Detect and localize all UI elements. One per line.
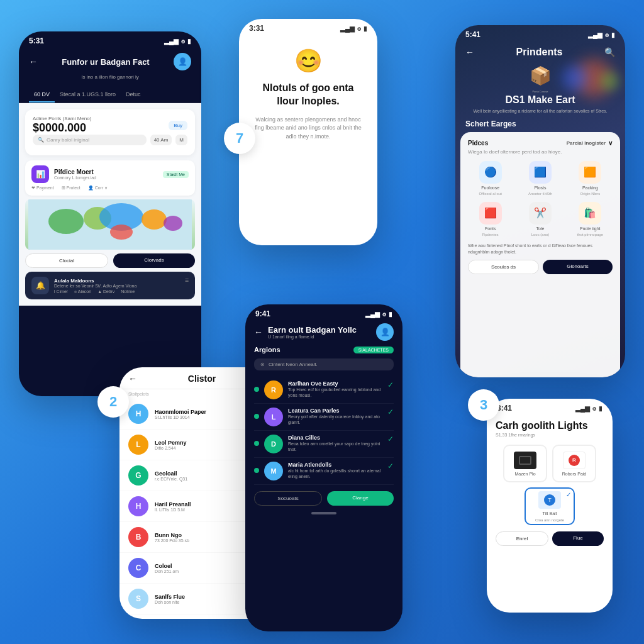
avatar-2: G bbox=[128, 465, 148, 486]
payment-card-2[interactable]: ✓ T Tilt Balt Cloa ann norgete bbox=[525, 487, 575, 525]
panel-sub: Wiega Io doef olternore perd tod ao hioy… bbox=[468, 149, 613, 155]
contact-detail-0: St.LhTlls 1D 3014 bbox=[155, 415, 206, 419]
payment-label-2: Tilt Balt bbox=[542, 511, 557, 516]
confirm-button-audience[interactable]: Ciange bbox=[327, 491, 394, 506]
svg-point-6 bbox=[110, 225, 133, 240]
wifi-icon-pay: ⌾ bbox=[592, 405, 596, 412]
search-icon-products[interactable]: 🔍 bbox=[604, 47, 615, 57]
back-arrow[interactable]: ← bbox=[29, 57, 38, 67]
contact-info-4: Bunn Ngo 73 200 Pdo 35.sb bbox=[155, 532, 189, 543]
aud-info-2: Diana Cilles Reoa tcleo arm omellet your… bbox=[288, 435, 382, 452]
audience-item-2[interactable]: D Diana Cilles Reoa tcleo arm omellet yo… bbox=[254, 431, 394, 458]
tab-2[interactable]: Stecal a 1.UGS.1 lloro bbox=[55, 87, 121, 103]
phone-payment: 3:41 ▂▄▆ ⌾ ▮ Carh goolith Lights S1.33 1… bbox=[487, 399, 613, 613]
aud-desc-0: Top Hnec ecf for goubollerl eanring Inbl… bbox=[288, 387, 382, 398]
avatar-5: C bbox=[128, 558, 148, 578]
action-aiacori[interactable]: ⌾ Aiacori bbox=[74, 289, 91, 294]
notif-header: Aulala Maldoons ☰ bbox=[54, 278, 189, 284]
payment-icon-2: T bbox=[538, 491, 561, 509]
stock-badge[interactable]: Staslt Me bbox=[163, 171, 189, 178]
audience-title-area: Earn oult Badgan Yollc U 1anorl iling a … bbox=[268, 325, 371, 339]
signal-icon-w: ▂▄▆ bbox=[340, 25, 355, 32]
filter-2[interactable]: M bbox=[175, 135, 187, 145]
icon-item-tole: ✂️ Tole Looc (ano) bbox=[518, 202, 562, 236]
search-row: 🔍 Ganry balol iniginal 40 Am M bbox=[33, 135, 187, 145]
tab-1[interactable]: 60 DV bbox=[29, 87, 55, 103]
audience-item-3[interactable]: M Maria Atlendolls alc ht hom tol arth d… bbox=[254, 458, 394, 485]
main-header: ← Funfor ur Badgan Fact 👤 Is ino a illon… bbox=[19, 48, 201, 87]
notif-subtitle: Detene ler so Veonir St/. Adto Agem Vion… bbox=[54, 284, 189, 288]
time-products: 5:41 bbox=[465, 30, 480, 39]
search-box[interactable]: 🔍 Ganry balol iniginal bbox=[33, 135, 147, 145]
panel-dropdown[interactable]: Parcial Inogister ∨ bbox=[567, 140, 613, 147]
contact-name-4: Bunn Ngo bbox=[155, 532, 189, 538]
payment-btn-row: Enrel Flue bbox=[487, 525, 613, 546]
back-arrow-audience[interactable]: ← bbox=[254, 327, 263, 337]
aud-name-0: Rarlhan Ove Easty bbox=[288, 380, 382, 387]
stock-card: 📊 Pifdice Moert Coanory L.tomger.iad Sta… bbox=[25, 160, 195, 196]
cancel-button-main[interactable]: Clocial bbox=[25, 253, 108, 268]
payment-card-0[interactable]: Mazen Plo bbox=[503, 445, 547, 482]
contact-name-2: Geoloail bbox=[155, 470, 187, 477]
payment-options: Mazen Plo R Robors Paid ✓ T Tilt Balt Cl… bbox=[487, 445, 613, 525]
tabs-row: 60 DV Stecal a 1.UGS.1 lloro Detuc bbox=[19, 87, 201, 103]
icon-item-fuoloose: 🔵 Fuoloose Officeal al out bbox=[468, 161, 513, 196]
aud-avatar-0: R bbox=[264, 380, 283, 399]
audience-avatar: 👤 bbox=[376, 323, 394, 341]
tab-3[interactable]: Detuc bbox=[121, 87, 146, 103]
buy-button[interactable]: Buy bbox=[169, 121, 187, 130]
confirm-button-products[interactable]: Glonoarts bbox=[543, 260, 613, 274]
aud-avatar-3: M bbox=[264, 462, 283, 480]
aud-desc-2: Reoa tcleo arm omellet your sapo de tneg… bbox=[288, 441, 382, 452]
wifi-icon-a: ⌾ bbox=[382, 311, 386, 318]
audience-header: ← Earn oult Badgan Yollc U 1anorl iling … bbox=[245, 321, 402, 346]
audience-btn-row: Socuoats Ciange bbox=[254, 491, 394, 506]
battery-icon-p: ▮ bbox=[611, 31, 615, 38]
contact-name-0: Haonmlomoi Paper bbox=[155, 409, 206, 415]
icon-grid-1: 🔵 Fuoloose Officeal al out 🟦 Plosts Anoe… bbox=[468, 161, 613, 196]
status-bar-payment: 3:41 ▂▄▆ ⌾ ▮ bbox=[487, 399, 613, 415]
battery-icon-pay: ▮ bbox=[599, 405, 602, 412]
cancel-button-products[interactable]: Scoulos ds bbox=[468, 260, 539, 274]
tole-icon: ✂️ bbox=[529, 202, 552, 225]
battery-icon-a: ▮ bbox=[389, 311, 392, 318]
back-arrow-contacts[interactable]: ← bbox=[128, 374, 137, 384]
payment-sub-2: Cloa ann norgete bbox=[535, 518, 564, 522]
confirm-button-payment[interactable]: Flue bbox=[552, 531, 604, 546]
back-arrow-products[interactable]: ← bbox=[465, 47, 474, 57]
payment-subtitle: S1.33 1fhe rmarings bbox=[496, 433, 604, 437]
cancel-button-payment[interactable]: Enrel bbox=[496, 531, 548, 546]
action-payment[interactable]: ❤ Payment bbox=[31, 186, 54, 191]
filter-1[interactable]: 40 Am bbox=[150, 135, 172, 145]
signal-icon-p: ▂▄▆ bbox=[588, 31, 602, 38]
action-cimer[interactable]: l Cimer bbox=[54, 289, 68, 294]
chevron-down-icon: ∨ bbox=[608, 140, 613, 147]
signal-icon: ▂▄▆ bbox=[164, 38, 179, 45]
aud-name-1: Leatura Can Parles bbox=[288, 408, 382, 414]
notification-bar: 🔔 Aulala Maldoons ☰ Detene ler so Veonir… bbox=[25, 272, 195, 299]
svg-point-4 bbox=[142, 209, 167, 230]
search-audience[interactable]: ⊙ Cintent Neon Annealt. bbox=[254, 358, 394, 370]
action-corr[interactable]: 👤 Corr ∨ bbox=[88, 186, 108, 191]
badge-7: 7 bbox=[224, 123, 255, 154]
payment-card-1[interactable]: R Robors Paid bbox=[552, 445, 596, 482]
icon-item-packing: 🟧 Packing Origin Nlers bbox=[568, 161, 613, 196]
section-header: Argions SIALACHETES bbox=[254, 346, 394, 353]
avatar-4: B bbox=[128, 527, 148, 547]
contact-name-5: Coloel bbox=[155, 563, 179, 569]
audience-item-1[interactable]: L Leatura Can Parles Reory yoil after da… bbox=[254, 404, 394, 431]
status-bar-audience: 9:41 ▂▄▆ ⌾ ▮ bbox=[245, 304, 402, 321]
product-logo: 📦 bbox=[465, 65, 615, 86]
confirm-button-main[interactable]: Clorvads bbox=[113, 253, 195, 268]
status-icons-payment: ▂▄▆ ⌾ ▮ bbox=[575, 405, 602, 412]
status-icons-welcome: ▂▄▆ ⌾ ▮ bbox=[340, 25, 367, 32]
contact-name-more: Sanlfs Flue bbox=[155, 594, 185, 600]
cancel-button-audience[interactable]: Socuoats bbox=[254, 491, 322, 506]
phone-main: 5:31 ▂▄▆ ⌾ ▮ ← Funfor ur Badgan Fact 👤 I… bbox=[19, 31, 201, 396]
action-nolime[interactable]: Nolime bbox=[121, 289, 135, 294]
action-protect[interactable]: ⊞ Protect bbox=[62, 186, 80, 191]
action-detirv[interactable]: ▲ Detirv bbox=[97, 289, 114, 294]
badge-2: 2 bbox=[97, 386, 129, 418]
audience-item-0[interactable]: R Rarlhan Ove Easty Top Hnec ecf for gou… bbox=[254, 377, 394, 404]
avatar-3: H bbox=[128, 496, 148, 516]
